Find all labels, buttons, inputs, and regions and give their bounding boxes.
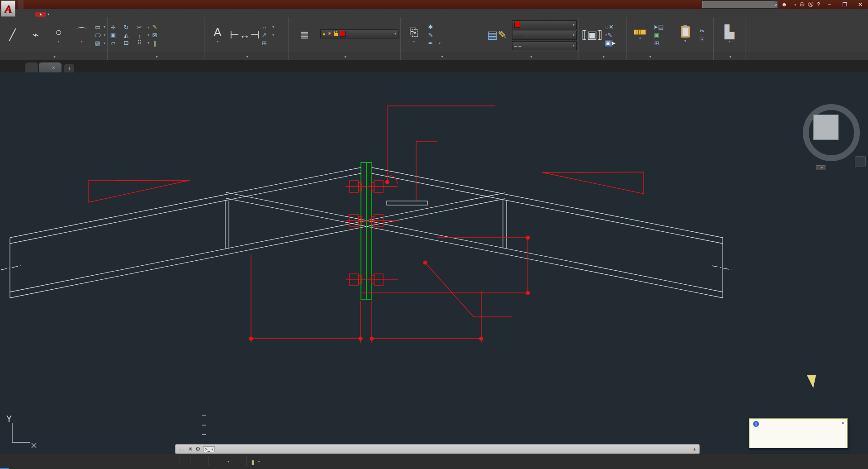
hatch-button[interactable]: ▨▾ xyxy=(94,40,105,47)
quick-calc-button[interactable]: ⊞ xyxy=(653,40,660,47)
tab-start[interactable] xyxy=(25,62,38,72)
mirror-button[interactable]: ◭ xyxy=(123,32,132,38)
table-button[interactable]: ⊞ xyxy=(261,40,274,47)
panel-label-draw[interactable]: ▾ xyxy=(0,53,107,60)
circle-button[interactable]: ○▾ xyxy=(48,26,69,44)
help-icon[interactable]: ? xyxy=(817,1,820,8)
add-layout-button[interactable] xyxy=(18,454,27,469)
offset-icon: ∥ xyxy=(151,40,158,47)
fillet-button[interactable]: ╭▾ xyxy=(136,32,149,38)
array-button[interactable]: ⠿▾ xyxy=(136,39,149,46)
group-button[interactable]: ⟦▣⟧ xyxy=(581,29,603,41)
layer-on-bulb-icon: ● xyxy=(323,31,326,37)
command-expand-icon[interactable]: ▲ xyxy=(693,447,697,451)
ungroup-button[interactable]: ◌✕ xyxy=(605,24,612,30)
scale-button[interactable]: ⊡ xyxy=(123,39,132,46)
edit-block-button[interactable]: ✎ xyxy=(427,32,441,38)
ribbon-collapse-button[interactable]: ▲▾ xyxy=(35,12,49,17)
move-button[interactable]: ✛ xyxy=(109,24,119,31)
explode-button[interactable]: ⊠ xyxy=(151,32,158,38)
drawing-canvas[interactable]: Y ⋮⋮ ✕ ⚙ >_▾ ▲ ▾ i ✕ xyxy=(0,72,868,454)
tab-layout1[interactable] xyxy=(9,454,18,469)
quick-select-button[interactable]: ➤▤ xyxy=(653,24,660,30)
ribbon-tab-bar: ▲▾ xyxy=(0,9,868,17)
linear-icon: ↔ xyxy=(261,24,268,30)
paste-button[interactable]: ▾ xyxy=(674,26,697,44)
tab-drawing[interactable]: ✕ xyxy=(39,62,62,72)
panel-label-layers[interactable]: ▾ xyxy=(289,53,400,60)
create-block-button[interactable]: ✱ xyxy=(427,24,441,30)
paste-special-button[interactable]: ▣ xyxy=(653,32,660,38)
command-line[interactable]: ⋮⋮ ✕ ⚙ >_▾ ▲ xyxy=(175,444,700,454)
stretch-button[interactable]: ▱ xyxy=(109,39,119,46)
insert-block-icon: ⎘ xyxy=(409,26,418,38)
search-input[interactable] xyxy=(702,1,774,8)
group-selection-toggle[interactable]: ▣➤ xyxy=(605,40,612,47)
app-store-cart-icon[interactable]: ⛁ xyxy=(800,1,804,8)
panel-label-block[interactable]: ▾ xyxy=(401,53,482,60)
linetype-dropdown[interactable]: – –▾ xyxy=(512,41,577,50)
polyline-button[interactable]: ⌁ xyxy=(25,29,46,41)
new-tab-button[interactable]: + xyxy=(64,64,74,72)
viewcube-top-face[interactable] xyxy=(813,115,839,140)
units-dropdown[interactable]: ▮▾ xyxy=(250,459,262,465)
arc-button[interactable]: ⌒▾ xyxy=(71,26,92,44)
search-binoculars-icon[interactable]: ⌕ xyxy=(774,1,778,8)
ellipse-button[interactable]: ◯▾ xyxy=(94,32,105,38)
autodesk-app-icon[interactable]: Ⓐ xyxy=(808,1,813,9)
edit-attributes-button[interactable]: ✒▾ xyxy=(427,40,441,47)
text-button[interactable]: A▾ xyxy=(206,26,229,44)
group-edit-button[interactable]: ▫✎ xyxy=(605,32,612,38)
panel-label-properties[interactable]: ▾ xyxy=(482,53,579,60)
command-prompt-icon[interactable]: >_▾ xyxy=(203,446,215,452)
leader-button[interactable]: ↗▾ xyxy=(261,32,274,38)
layer-dropdown[interactable]: ● ☀ ▾ xyxy=(320,29,398,38)
panel-groups: ⟦▣⟧ ◌✕ ▫✎ ▣➤ ▾ xyxy=(579,17,627,60)
text-icon: A xyxy=(213,26,221,38)
restore-button[interactable]: ❐ xyxy=(839,1,851,8)
annotation-scale-dropdown[interactable]: ▾ xyxy=(224,460,231,464)
linear-button[interactable]: ↔▾ xyxy=(261,24,274,30)
panel-label-modify[interactable]: ▾ xyxy=(108,53,204,60)
viewcube[interactable] xyxy=(797,96,860,159)
copy-button[interactable]: ▣ xyxy=(109,32,119,38)
close-button[interactable]: ✕ xyxy=(854,1,866,8)
match-properties-button[interactable]: ▤✎ xyxy=(484,29,510,41)
line-button[interactable]: ╱ xyxy=(2,29,23,41)
tab-close-icon[interactable]: ✕ xyxy=(52,65,55,70)
panel-block: ⎘▾ ✱ ✎ ✒▾ ▾ xyxy=(401,17,482,60)
panel-label-utilities[interactable]: ▾ xyxy=(627,53,672,60)
dimension-icon: ⊢↔⊣ xyxy=(230,29,260,41)
rectangle-button[interactable]: ▭▾ xyxy=(94,24,105,30)
command-close-icon[interactable]: ✕ xyxy=(188,446,193,452)
layer-properties-button[interactable]: ≣ xyxy=(290,29,318,41)
offset-button[interactable]: ∥ xyxy=(151,40,158,47)
cut-button[interactable]: ✂ xyxy=(698,28,706,34)
base-button[interactable]: ▙▾ xyxy=(718,26,741,44)
wcs-dropdown[interactable]: ▾ xyxy=(816,165,825,170)
trim-button[interactable]: ✂▾ xyxy=(136,24,149,31)
panel-label-groups[interactable]: ▾ xyxy=(579,53,626,60)
application-menu-button[interactable]: A xyxy=(1,0,15,17)
command-history-line xyxy=(202,425,206,426)
command-grip-icon[interactable]: ⋮⋮ xyxy=(178,447,185,451)
measure-ruler-icon xyxy=(634,29,646,35)
user-icon: ☻ xyxy=(782,1,787,8)
command-tools-wrench-icon[interactable]: ⚙ xyxy=(195,446,200,452)
tab-model[interactable] xyxy=(0,454,9,469)
lineweight-dropdown[interactable]: ——▾ xyxy=(512,31,577,40)
bolt-cluster xyxy=(346,181,398,192)
insert-button[interactable]: ⎘▾ xyxy=(403,26,425,44)
notification-close-icon[interactable]: ✕ xyxy=(841,421,845,426)
sign-in-caret-icon[interactable]: ▾ xyxy=(794,3,796,7)
measure-button[interactable]: ▾ xyxy=(629,29,651,41)
panel-label-annotation[interactable]: ▾ xyxy=(204,53,288,60)
splice-plate xyxy=(361,163,372,299)
rotate-button[interactable]: ↻ xyxy=(123,24,132,31)
object-color-dropdown[interactable]: ▾ xyxy=(512,20,577,29)
copy-clip-button[interactable]: ⎘ xyxy=(698,36,706,43)
erase-button[interactable]: ✎ xyxy=(151,24,158,30)
minimize-button[interactable]: – xyxy=(824,1,835,8)
panel-label-view[interactable]: ▾ xyxy=(714,53,745,60)
dimension-button[interactable]: ⊢↔⊣ xyxy=(231,29,259,41)
